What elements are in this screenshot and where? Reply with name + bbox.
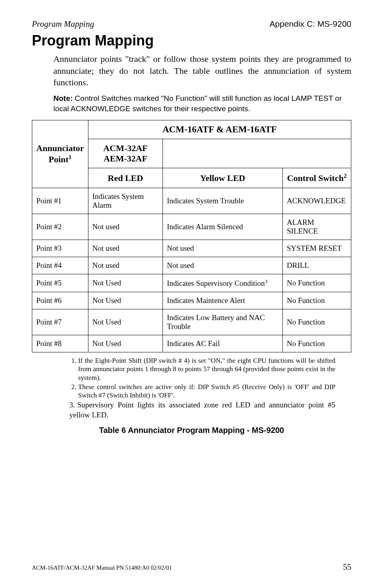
cell-point: Point #7 xyxy=(32,309,88,335)
sub-header-line1: ACM-32AF xyxy=(103,143,147,153)
table-row: Point #5 Not Used Indicates Supervisory … xyxy=(32,274,351,292)
yellow-sup: 3 xyxy=(265,278,268,284)
cell-yellow: Indicates Supervisory Condition3 xyxy=(163,274,282,292)
cell-red: Not Used xyxy=(88,274,163,292)
span-header: ACM-16ATF & AEM-16ATF xyxy=(88,120,351,139)
cell-point: Point #6 xyxy=(32,292,88,309)
cell-point: Point #1 xyxy=(32,188,88,214)
table-row: Point #2 Not used Indicates Alarm Silenc… xyxy=(32,214,351,240)
table-row: Point #4 Not used Not used DRILL xyxy=(32,257,351,274)
footnote-3: 3.Supervisory Point lights its associate… xyxy=(69,400,335,420)
col-yellow: Yellow LED xyxy=(163,168,282,188)
cell-yellow: Indicates System Trouble xyxy=(163,188,282,214)
empty-header-cell xyxy=(163,139,351,168)
cell-ctrl: ALARM SILENCE xyxy=(283,214,351,240)
cell-point: Point #5 xyxy=(32,274,88,292)
cell-point: Point #3 xyxy=(32,240,88,257)
table-row: Point #6 Not Used Indicates Maintence Al… xyxy=(32,292,351,309)
note-text: Control Switches marked "No Function" wi… xyxy=(53,94,342,113)
table-row: Point #3 Not used Not used SYSTEM RESET xyxy=(32,240,351,257)
intro-paragraph: Annunciator points "track" or follow tho… xyxy=(53,53,351,88)
cell-ctrl: SYSTEM RESET xyxy=(283,240,351,257)
cell-point: Point #4 xyxy=(32,257,88,274)
cell-red: Not used xyxy=(88,240,163,257)
running-header-right: Appendix C: MS-9200 xyxy=(270,19,351,29)
footnote-2: These control switches are active only i… xyxy=(78,383,335,400)
running-header-left: Program Mapping xyxy=(32,19,94,29)
cell-red: Not Used xyxy=(88,335,163,352)
cell-yellow: Indicates AC Fail xyxy=(163,335,282,352)
cell-ctrl: No Function xyxy=(283,274,351,292)
row-header-sup: 1 xyxy=(69,153,72,160)
table-row: Point #7 Not Used Indicates Low Battery … xyxy=(32,309,351,335)
cell-red: Not used xyxy=(88,214,163,240)
row-header-cell: Annunciator Point1 xyxy=(32,120,88,188)
row-header-line2: Point xyxy=(49,155,69,165)
cell-red: Not Used xyxy=(88,309,163,335)
table-caption: Table 6 Annunciator Program Mapping - MS… xyxy=(32,426,351,435)
footnotes-small: If the Eight-Point Shift (DIP switch # 4… xyxy=(69,356,335,399)
sub-header-line2: AEM-32AF xyxy=(104,153,147,163)
cell-yellow: Indicates Low Battery and NAC Trouble xyxy=(163,309,282,335)
cell-yellow: Not used xyxy=(163,257,282,274)
cell-point: Point #8 xyxy=(32,335,88,352)
note-block: Note: Control Switches marked "No Functi… xyxy=(53,93,351,114)
footer-page-number: 55 xyxy=(343,562,351,572)
cell-red: Not used xyxy=(88,257,163,274)
row-header-line1: Annunciator xyxy=(36,143,84,153)
footer-left: ACM-16ATF/ACM-32AF Manual PN 51480:A0 02… xyxy=(32,564,172,571)
cell-yellow: Indicates Alarm Silenced xyxy=(163,214,282,240)
cell-red: Indicates System Alarm xyxy=(88,188,163,214)
cell-ctrl: No Function xyxy=(283,335,351,352)
cell-red: Not Used xyxy=(88,292,163,309)
table-row: Point #8 Not Used Indicates AC Fail No F… xyxy=(32,335,351,352)
sub-header-cell: ACM-32AF AEM-32AF xyxy=(88,139,163,168)
cell-ctrl: DRILL xyxy=(283,257,351,274)
cell-ctrl: No Function xyxy=(283,309,351,335)
note-label: Note: xyxy=(53,94,73,102)
section-title: Program Mapping xyxy=(32,32,351,49)
cell-ctrl: ACKNOWLEDGE xyxy=(283,188,351,214)
cell-yellow: Not used xyxy=(163,240,282,257)
cell-yellow: Indicates Maintence Alert xyxy=(163,292,282,309)
cell-ctrl: No Function xyxy=(283,292,351,309)
col-red: Red LED xyxy=(88,168,163,188)
table-row: Point #1 Indicates System Alarm Indicate… xyxy=(32,188,351,214)
footnote-1: If the Eight-Point Shift (DIP switch # 4… xyxy=(78,356,335,382)
cell-point: Point #2 xyxy=(32,214,88,240)
mapping-table: Annunciator Point1 ACM-16ATF & AEM-16ATF… xyxy=(32,120,351,352)
col-ctrl-sup: 2 xyxy=(344,172,347,179)
col-ctrl: Control Switch2 xyxy=(283,168,351,188)
